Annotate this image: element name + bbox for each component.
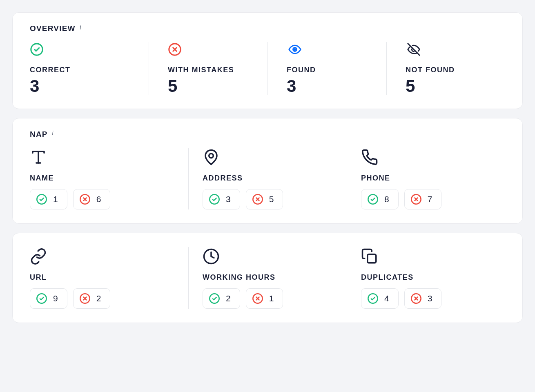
overview-notfound-label: NOT FOUND [406,66,493,74]
x-circle-icon [252,293,263,304]
extra-panel: URL 9 2 WORKING HOURS 2 [12,233,523,323]
nap-name-label: NAME [30,174,176,183]
nap-phone-wrong-value: 7 [428,194,432,204]
extra-url-wrong-chip[interactable]: 2 [73,288,111,309]
nap-title: NAP [30,130,48,139]
overview-correct: CORRECT 3 [30,42,149,95]
extra-working-hours-wrong-chip[interactable]: 1 [246,288,283,309]
nap-phone-wrong-chip[interactable]: 7 [404,189,442,209]
extra-duplicates-wrong-value: 3 [428,294,432,303]
extra-duplicates-correct-value: 4 [384,294,389,303]
x-circle-icon [252,194,263,205]
overview-title: OVERVIEW [30,24,76,33]
extra-working-hours: WORKING HOURS 2 1 [188,247,347,309]
overview-found: FOUND 3 [268,42,386,95]
extra-url-label: URL [30,273,176,282]
check-circle-icon [36,293,47,304]
check-circle-icon [36,194,47,205]
x-circle-icon [79,293,91,304]
svg-point-7 [209,154,214,158]
check-circle-icon [209,293,220,304]
copy-icon [361,247,493,266]
overview-notfound: NOT FOUND 5 [386,42,505,95]
extra-url-wrong-value: 2 [96,294,101,303]
check-circle-icon [367,194,379,205]
nap-name-correct-chip[interactable]: 1 [30,189,67,209]
extra-working-hours-correct-value: 2 [226,294,231,303]
nap-panel: NAP i NAME 1 6 ADDRESS [12,118,523,224]
nap-name: NAME 1 6 [30,148,188,209]
nap-address-label: ADDRESS [203,174,334,183]
phone-icon [361,148,493,167]
extra-grid: URL 9 2 WORKING HOURS 2 [30,247,505,309]
check-circle-icon [209,194,220,205]
clock-icon [203,247,334,266]
x-circle-icon [410,194,422,205]
nap-phone: PHONE 8 7 [347,148,505,209]
nap-phone-correct-chip[interactable]: 8 [361,189,399,209]
overview-correct-value: 3 [30,78,136,95]
link-icon [30,247,176,266]
nap-grid: NAME 1 6 ADDRESS 3 [30,148,505,209]
extra-duplicates-label: DUPLICATES [361,273,493,282]
extra-working-hours-label: WORKING HOURS [203,273,334,282]
x-circle-icon [79,194,91,205]
check-circle-icon [367,293,379,304]
nap-name-wrong-value: 6 [96,194,101,204]
overview-mistakes: WITH MISTAKES 5 [149,42,268,95]
overview-mistakes-value: 5 [168,78,255,95]
extra-working-hours-correct-chip[interactable]: 2 [203,288,240,309]
info-icon[interactable]: i [52,129,54,137]
overview-grid: CORRECT 3 WITH MISTAKES 5 FOUND 3 NOT FO… [30,42,505,95]
nap-address-wrong-chip[interactable]: 5 [246,189,283,209]
nap-phone-correct-value: 8 [384,194,389,204]
nap-address-correct-chip[interactable]: 3 [203,189,240,209]
overview-notfound-value: 5 [406,78,493,95]
x-circle-icon [168,42,255,57]
eye-icon [287,42,374,57]
overview-correct-label: CORRECT [30,66,136,74]
extra-url-correct-value: 9 [53,294,58,303]
map-pin-icon [203,148,334,167]
extra-duplicates-correct-chip[interactable]: 4 [361,288,399,309]
extra-url-correct-chip[interactable]: 9 [30,288,67,309]
overview-found-value: 3 [287,78,374,95]
eye-off-icon [406,42,493,57]
svg-rect-17 [368,254,376,263]
extra-duplicates-wrong-chip[interactable]: 3 [404,288,442,309]
overview-header: OVERVIEW i [30,24,505,33]
overview-found-label: FOUND [287,66,374,74]
extra-working-hours-wrong-value: 1 [269,294,274,303]
nap-address: ADDRESS 3 5 [188,148,347,209]
nap-address-wrong-value: 5 [269,194,274,204]
nap-header: NAP i [30,130,505,139]
overview-panel: OVERVIEW i CORRECT 3 WITH MISTAKES 5 FOU… [12,12,523,109]
nap-name-wrong-chip[interactable]: 6 [73,189,111,209]
type-icon [30,148,176,167]
svg-point-3 [294,49,295,50]
nap-name-correct-value: 1 [53,194,58,204]
nap-phone-label: PHONE [361,174,493,183]
overview-mistakes-label: WITH MISTAKES [168,66,255,74]
nap-address-correct-value: 3 [226,194,231,204]
extra-url: URL 9 2 [30,247,188,309]
extra-duplicates: DUPLICATES 4 3 [347,247,505,309]
x-circle-icon [410,293,422,304]
info-icon[interactable]: i [80,24,81,31]
check-circle-icon [30,42,136,57]
